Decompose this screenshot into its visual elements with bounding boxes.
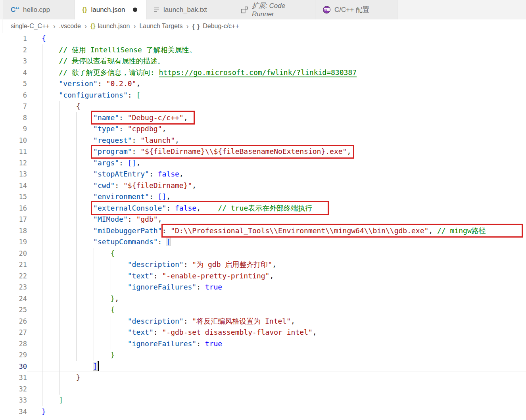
tab-hello-cpp[interactable]: C++ hello.cpp: [3, 0, 75, 19]
line-content[interactable]: "miDebuggerPath": "D:\\Professional_Tool…: [27, 225, 526, 237]
line-content[interactable]: [27, 384, 526, 395]
line-number[interactable]: 11: [0, 146, 27, 157]
line-content[interactable]: {: [27, 33, 526, 44]
line-content[interactable]: },: [27, 293, 526, 305]
tab-launch-bak-txt[interactable]: launch_bak.txt: [147, 0, 233, 19]
breadcrumb-item-vscode[interactable]: .vscode: [59, 23, 81, 30]
code-line[interactable]: 18 "miDebuggerPath": "D:\\Professional_T…: [0, 225, 526, 237]
line-number[interactable]: 27: [0, 327, 27, 338]
code-line-active[interactable]: 30 ]: [0, 361, 526, 372]
code-line[interactable]: 26 "description": "将反汇编风格设置为 Intel",: [0, 316, 526, 327]
line-content[interactable]: // 悬停以查看现有属性的描述。: [27, 56, 526, 67]
line-number[interactable]: 19: [0, 236, 27, 248]
line-number[interactable]: 2: [0, 44, 27, 56]
line-number[interactable]: 4: [0, 67, 27, 79]
code-line[interactable]: 11 "program": "${fileDirname}\\${fileBas…: [0, 146, 526, 157]
code-line[interactable]: 27 "text": "-gdb-set disassembly-flavor …: [0, 327, 526, 338]
line-content[interactable]: "externalConsole": false, // true表示在外部终端…: [27, 203, 526, 214]
code-line[interactable]: 1{: [0, 33, 526, 44]
breadcrumb-item-folder[interactable]: single-C_C++: [11, 23, 50, 30]
breadcrumb-item-launch-targets[interactable]: Launch Targets: [139, 23, 182, 30]
line-content[interactable]: {: [27, 101, 526, 112]
line-number[interactable]: 24: [0, 293, 27, 305]
line-content[interactable]: "cwd": "${fileDirname}",: [27, 180, 526, 192]
code-line[interactable]: 23 "ignoreFailures": true: [0, 282, 526, 293]
code-line[interactable]: 4 // 欲了解更多信息，请访问: https://go.microsoft.c…: [0, 67, 526, 79]
line-number[interactable]: 16: [0, 203, 27, 214]
line-number[interactable]: 20: [0, 248, 27, 259]
line-number[interactable]: 21: [0, 259, 27, 270]
line-content[interactable]: "configurations": [: [27, 90, 526, 101]
line-content[interactable]: ]: [27, 361, 526, 372]
line-content[interactable]: ]: [27, 395, 526, 406]
line-number[interactable]: 29: [0, 349, 27, 361]
breadcrumb-item-file[interactable]: {} launch.json: [90, 23, 130, 30]
code-line[interactable]: 15 "environment": [],: [0, 191, 526, 203]
line-content[interactable]: // 欲了解更多信息，请访问: https://go.microsoft.com…: [27, 67, 526, 79]
line-content[interactable]: "request": "launch",: [27, 135, 526, 146]
line-number[interactable]: 10: [0, 135, 27, 146]
line-content[interactable]: "args": [],: [27, 157, 526, 169]
tab-modified-indicator[interactable]: [133, 8, 137, 12]
code-line[interactable]: 6 "configurations": [: [0, 90, 526, 101]
line-number[interactable]: 5: [0, 78, 27, 90]
code-line[interactable]: 34}: [0, 406, 526, 418]
line-number[interactable]: 22: [0, 270, 27, 282]
tab-extension-code-runner[interactable]: 扩展: Code Runner: [233, 0, 315, 19]
line-number[interactable]: 1: [0, 33, 27, 44]
line-number[interactable]: 15: [0, 191, 27, 203]
line-number[interactable]: 34: [0, 406, 27, 418]
line-content[interactable]: "ignoreFailures": true: [27, 338, 526, 350]
line-number[interactable]: 26: [0, 316, 27, 327]
line-content[interactable]: "description": "将反汇编风格设置为 Intel",: [27, 316, 526, 327]
line-content[interactable]: "setupCommands": [: [27, 236, 526, 248]
code-line[interactable]: 2 // 使用 IntelliSense 了解相关属性。: [0, 44, 526, 56]
line-number[interactable]: 28: [0, 338, 27, 350]
code-line[interactable]: 9 "type": "cppdbg",: [0, 123, 526, 135]
line-content[interactable]: }: [27, 372, 526, 384]
code-line[interactable]: 8 "name": "Debug-c/c++",: [0, 112, 526, 124]
code-line[interactable]: 21 "description": "为 gdb 启用整齐打印",: [0, 259, 526, 270]
code-line[interactable]: 12 "args": [],: [0, 157, 526, 169]
line-content[interactable]: "version": "0.2.0",: [27, 78, 526, 90]
line-content[interactable]: "text": "-gdb-set disassembly-flavor int…: [27, 327, 526, 338]
code-line[interactable]: 14 "cwd": "${fileDirname}",: [0, 180, 526, 192]
line-content[interactable]: "description": "为 gdb 启用整齐打印",: [27, 259, 526, 270]
line-number[interactable]: 25: [0, 304, 27, 316]
line-number[interactable]: 30: [0, 361, 27, 372]
code-line[interactable]: 31 }: [0, 372, 526, 384]
tab-ccpp-config[interactable]: C/C++ C/C++ 配置: [315, 0, 397, 19]
code-line[interactable]: 28 "ignoreFailures": true: [0, 338, 526, 350]
line-content[interactable]: "name": "Debug-c/c++",: [27, 112, 526, 124]
line-content[interactable]: "MIMode": "gdb",: [27, 214, 526, 225]
line-number[interactable]: 9: [0, 123, 27, 135]
code-line[interactable]: 22 "text": "-enable-pretty-printing",: [0, 270, 526, 282]
comment-link[interactable]: https://go.microsoft.com/fwlink/?linkid=…: [159, 68, 357, 77]
line-number[interactable]: 12: [0, 157, 27, 169]
line-content[interactable]: "text": "-enable-pretty-printing",: [27, 270, 526, 282]
code-line[interactable]: 25 {: [0, 304, 526, 316]
line-number[interactable]: 3: [0, 56, 27, 67]
tab-launch-json[interactable]: {} launch.json: [75, 0, 147, 19]
line-content[interactable]: {: [27, 248, 526, 259]
code-line[interactable]: 5 "version": "0.2.0",: [0, 78, 526, 90]
code-line[interactable]: 10 "request": "launch",: [0, 135, 526, 146]
line-number[interactable]: 17: [0, 214, 27, 225]
line-number[interactable]: 33: [0, 395, 27, 406]
code-line[interactable]: 32: [0, 384, 526, 395]
line-content[interactable]: }: [27, 349, 526, 361]
code-line[interactable]: 17 "MIMode": "gdb",: [0, 214, 526, 225]
line-content[interactable]: {: [27, 304, 526, 316]
code-line[interactable]: 29 }: [0, 349, 526, 361]
line-content[interactable]: "ignoreFailures": true: [27, 282, 526, 293]
code-line[interactable]: 19 "setupCommands": [: [0, 236, 526, 248]
line-number[interactable]: 13: [0, 169, 27, 180]
code-line[interactable]: 24 },: [0, 293, 526, 305]
line-content[interactable]: "program": "${fileDirname}\\${fileBasena…: [27, 146, 526, 157]
line-content[interactable]: // 使用 IntelliSense 了解相关属性。: [27, 44, 526, 56]
code-line[interactable]: 3 // 悬停以查看现有属性的描述。: [0, 56, 526, 67]
code-line[interactable]: 20 {: [0, 248, 526, 259]
editor[interactable]: 1{2 // 使用 IntelliSense 了解相关属性。3 // 悬停以查看…: [0, 33, 526, 420]
line-number[interactable]: 8: [0, 112, 27, 124]
code-line[interactable]: 16 "externalConsole": false, // true表示在外…: [0, 203, 526, 214]
